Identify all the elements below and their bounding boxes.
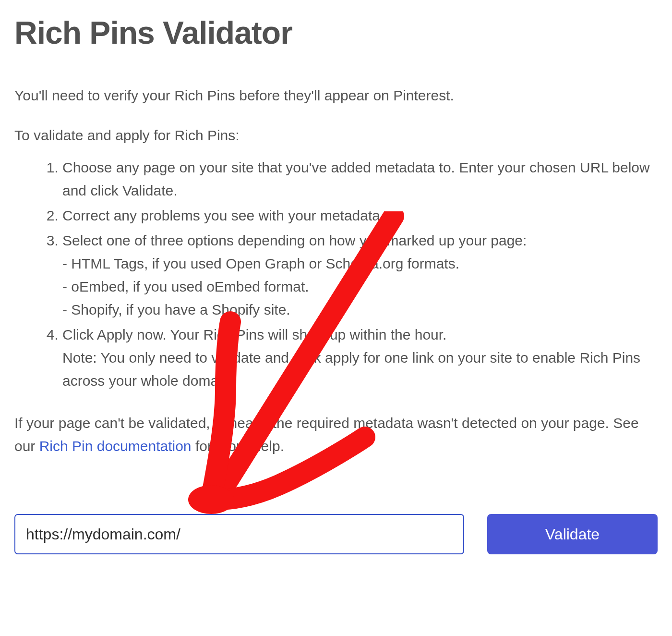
svg-point-0	[188, 485, 234, 514]
steps-list: Choose any page on your site that you've…	[14, 156, 658, 392]
rich-pin-documentation-link[interactable]: Rich Pin documentation	[39, 438, 192, 454]
step-sub-option: - HTML Tags, if you used Open Graph or S…	[62, 252, 658, 275]
validate-button[interactable]: Validate	[487, 514, 658, 554]
section-divider	[14, 484, 658, 484]
step-text: Correct any problems you see with your m…	[62, 208, 384, 223]
page-title: Rich Pins Validator	[14, 14, 658, 51]
step-note: Note: You only need to validate and clic…	[62, 346, 658, 392]
step-sub-option: - Shopify, if you have a Shopify site.	[62, 298, 658, 321]
step-text: Choose any page on your site that you've…	[62, 159, 650, 198]
steps-subheading: To validate and apply for Rich Pins:	[14, 127, 658, 144]
step-item-3: Select one of three options depending on…	[62, 229, 658, 321]
step-text: Select one of three options depending on…	[62, 232, 527, 248]
intro-text: You'll need to verify your Rich Pins bef…	[14, 85, 658, 106]
step-sub-option: - oEmbed, if you used oEmbed format.	[62, 275, 658, 298]
step-text: Click Apply now. Your Rich Pins will sho…	[62, 327, 446, 342]
step-item-1: Choose any page on your site that you've…	[62, 156, 658, 202]
validate-form-row: Validate	[14, 514, 658, 554]
url-input[interactable]	[14, 514, 464, 554]
step-item-2: Correct any problems you see with your m…	[62, 204, 658, 227]
step-item-4: Click Apply now. Your Rich Pins will sho…	[62, 323, 658, 392]
closing-text: If your page can't be validated, it mean…	[14, 412, 658, 458]
closing-suffix: for more help.	[192, 438, 284, 454]
